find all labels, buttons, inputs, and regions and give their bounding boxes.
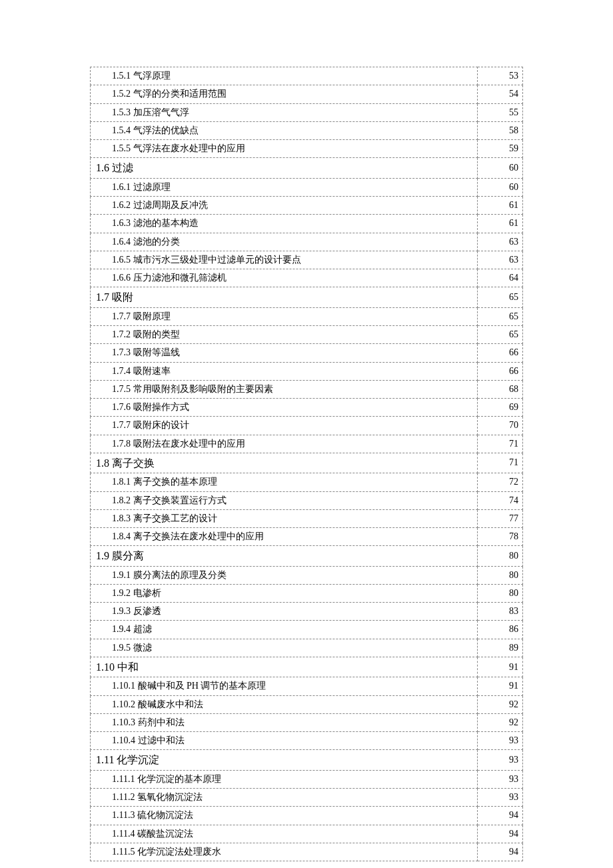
toc-entry-page: 93 [478, 732, 523, 750]
toc-entry-text: 吸附的类型 [131, 329, 180, 339]
toc-entry-page: 94 [478, 843, 523, 861]
toc-entry-title: 1.7.6 吸附操作方式 [91, 399, 478, 417]
toc-entry-page: 55 [478, 103, 523, 121]
toc-entry-title: 1.9.4 超滤 [91, 621, 478, 639]
toc-entry-text: 化学沉淀法处理废水 [135, 847, 221, 857]
toc-entry-number: 1.9.2 [112, 588, 131, 598]
toc-entry-page: 74 [478, 491, 523, 509]
toc-entry-number: 1.6.5 [112, 255, 131, 265]
toc-entry-page: 93 [478, 750, 523, 770]
toc-entry-text: 压力滤池和微孔筛滤机 [131, 273, 227, 283]
toc-entry-title: 1.8.3 离子交换工艺的设计 [91, 509, 478, 527]
toc-entry-text: 离子交换的基本原理 [131, 477, 217, 487]
toc-entry-text: 过滤 [109, 162, 133, 173]
page-container: 1.5.1 气浮原理531.5.2 气浮的分类和适用范围541.5.3 加压溶气… [0, 0, 613, 868]
toc-entry-number: 1.10.1 [112, 681, 135, 691]
toc-table: 1.5.1 气浮原理531.5.2 气浮的分类和适用范围541.5.3 加压溶气… [90, 67, 523, 861]
toc-row: 1.5.5 气浮法在废水处理中的应用59 [91, 140, 523, 158]
toc-entry-page: 58 [478, 121, 523, 139]
toc-entry-title: 1.5.3 加压溶气气浮 [91, 103, 478, 121]
toc-entry-page: 77 [478, 509, 523, 527]
toc-entry-number: 1.11.2 [112, 792, 135, 802]
toc-entry-title: 1.9.1 膜分离法的原理及分类 [91, 566, 478, 584]
toc-entry-page: 71 [478, 453, 523, 473]
toc-entry-text: 吸附原理 [131, 311, 171, 321]
toc-entry-text: 城市污水三级处理中过滤单元的设计要点 [131, 255, 301, 265]
toc-entry-text: 离子交换工艺的设计 [131, 513, 217, 523]
toc-row: 1.11.5 化学沉淀法处理废水94 [91, 843, 523, 861]
toc-row: 1.7.7 吸附床的设计70 [91, 417, 523, 435]
toc-row: 1.5.4 气浮法的优缺点58 [91, 121, 523, 139]
toc-entry-title: 1.5.2 气浮的分类和适用范围 [91, 85, 478, 103]
toc-row: 1.7.3 吸附等温线66 [91, 344, 523, 362]
toc-entry-text: 硫化物沉淀法 [135, 810, 193, 820]
toc-entry-title: 1.10.1 酸碱中和及 PH 调节的基本原理 [91, 677, 478, 695]
toc-entry-page: 61 [478, 196, 523, 214]
toc-entry-page: 89 [478, 639, 523, 657]
toc-entry-page: 78 [478, 528, 523, 546]
toc-entry-page: 60 [478, 178, 523, 196]
toc-row: 1.6 过滤60 [91, 158, 523, 178]
toc-entry-text: 中和 [115, 661, 139, 673]
toc-entry-page: 83 [478, 603, 523, 621]
toc-entry-page: 91 [478, 677, 523, 695]
toc-entry-number: 1.5.2 [112, 89, 131, 99]
toc-row: 1.9.4 超滤86 [91, 621, 523, 639]
toc-entry-text: 膜分离 [109, 550, 144, 561]
toc-entry-page: 65 [478, 287, 523, 307]
toc-entry-text: 超滤 [131, 624, 152, 634]
toc-entry-title: 1.7.7 吸附床的设计 [91, 417, 478, 435]
toc-entry-text: 化学沉淀 [114, 754, 159, 765]
toc-row: 1.9 膜分离80 [91, 546, 523, 566]
toc-entry-page: 66 [478, 362, 523, 380]
toc-entry-text: 化学沉淀的基本原理 [135, 774, 221, 784]
toc-entry-number: 1.7.7 [112, 420, 131, 430]
toc-row: 1.9.3 反渗透83 [91, 603, 523, 621]
toc-row: 1.7.8 吸附法在废水处理中的应用71 [91, 435, 523, 453]
toc-entry-number: 1.9.5 [112, 643, 131, 653]
toc-entry-text: 气浮原理 [131, 71, 171, 81]
toc-row: 1.5.3 加压溶气气浮55 [91, 103, 523, 121]
toc-entry-text: 药剂中和法 [135, 717, 185, 727]
toc-row: 1.8.4 离子交换法在废水处理中的应用78 [91, 528, 523, 546]
toc-entry-text: 离子交换装置运行方式 [131, 495, 227, 505]
toc-row: 1.5.1 气浮原理53 [91, 67, 523, 85]
toc-row: 1.11.1 化学沉淀的基本原理93 [91, 770, 523, 788]
toc-entry-title: 1.6.4 滤池的分类 [91, 233, 478, 251]
toc-entry-number: 1.7.5 [112, 384, 131, 394]
toc-entry-number: 1.10 [96, 661, 115, 673]
toc-entry-title: 1.7.2 吸附的类型 [91, 325, 478, 343]
toc-entry-number: 1.7.4 [112, 366, 131, 376]
toc-entry-page: 70 [478, 417, 523, 435]
toc-entry-page: 80 [478, 584, 523, 602]
toc-entry-title: 1.11.4 碳酸盐沉淀法 [91, 825, 478, 843]
toc-entry-title: 1.6.1 过滤原理 [91, 178, 478, 196]
toc-entry-title: 1.9.3 反渗透 [91, 603, 478, 621]
toc-entry-text: 吸附操作方式 [131, 402, 189, 412]
toc-entry-page: 92 [478, 713, 523, 731]
toc-row: 1.11.2 氢氧化物沉淀法93 [91, 788, 523, 806]
toc-entry-number: 1.6.2 [112, 200, 131, 210]
toc-entry-page: 61 [478, 215, 523, 233]
toc-entry-text: 氢氧化物沉淀法 [135, 792, 203, 802]
toc-row: 1.9.5 微滤89 [91, 639, 523, 657]
toc-entry-number: 1.11.4 [112, 829, 135, 839]
toc-entry-number: 1.8.4 [112, 531, 131, 541]
toc-entry-number: 1.5.3 [112, 107, 131, 117]
toc-entry-page: 60 [478, 158, 523, 178]
toc-entry-title: 1.9.5 微滤 [91, 639, 478, 657]
toc-entry-page: 63 [478, 251, 523, 269]
toc-entry-title: 1.9 膜分离 [91, 546, 478, 566]
toc-entry-text: 过滤中和法 [135, 735, 185, 745]
toc-entry-number: 1.5.5 [112, 143, 131, 153]
toc-row: 1.6.3 滤池的基本构造61 [91, 215, 523, 233]
toc-entry-text: 离子交换法在废水处理中的应用 [131, 531, 264, 541]
toc-row: 1.11.4 碳酸盐沉淀法94 [91, 825, 523, 843]
toc-body: 1.5.1 气浮原理531.5.2 气浮的分类和适用范围541.5.3 加压溶气… [91, 67, 523, 861]
toc-entry-number: 1.7 [96, 291, 109, 303]
toc-entry-title: 1.7.4 吸附速率 [91, 362, 478, 380]
toc-entry-number: 1.8.1 [112, 477, 131, 487]
toc-row: 1.10.2 酸碱废水中和法92 [91, 695, 523, 713]
toc-entry-title: 1.6.2 过滤周期及反冲洗 [91, 196, 478, 214]
toc-entry-number: 1.8.3 [112, 513, 131, 523]
